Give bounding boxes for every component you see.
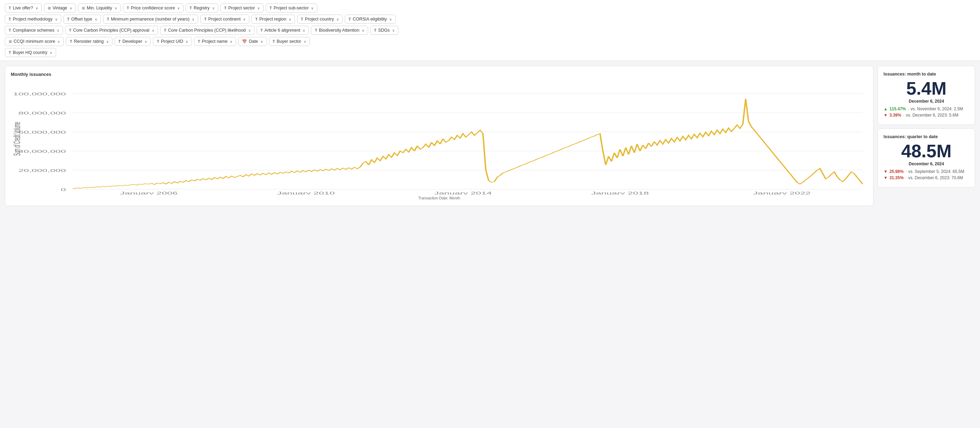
filter-btn-article-6-alignment[interactable]: TArticle 6 alignment∨ <box>257 26 309 35</box>
filters-area: TLive offer?∨⊞Vintage∨⊞Min. Liquidity∨TP… <box>0 0 980 61</box>
chevron-down-icon: ∨ <box>106 40 109 43</box>
filter-btn-registry[interactable]: TRegistry∨ <box>186 3 218 13</box>
filter-icon: T <box>127 6 129 10</box>
comparison-label: vs. December 6, 2023: 70.6M <box>908 175 963 180</box>
filter-icon: T <box>255 17 258 21</box>
filter-btn-project-sub-sector[interactable]: TProject sub-sector∨ <box>266 3 317 13</box>
filter-btn-ccqi-minimum-score[interactable]: ⊞CCQI minimum score∨ <box>5 37 64 46</box>
filter-btn-project-uid[interactable]: TProject UID∨ <box>153 37 192 46</box>
comparison-pct: 31.35% <box>889 175 904 180</box>
filter-label: Price confidence score <box>131 6 175 10</box>
filter-btn-renoster-rating[interactable]: TRenoster rating∨ <box>66 37 112 46</box>
svg-text:60,000,000: 60,000,000 <box>19 130 66 134</box>
filter-row-5: TBuyer HQ country∨ <box>5 48 975 57</box>
filter-label: Min. Liquidity <box>87 6 112 10</box>
comparison-dot: · <box>908 106 908 111</box>
filter-btn-price-confidence-score[interactable]: TPrice confidence score∨ <box>123 3 183 13</box>
comparison-dot: · <box>905 175 907 180</box>
chevron-down-icon: ∨ <box>261 40 263 43</box>
chevron-down-icon: ∨ <box>70 6 72 10</box>
filter-icon: T <box>261 28 263 32</box>
down-arrow-icon <box>883 169 888 174</box>
filter-btn-project-continent[interactable]: TProject continent∨ <box>200 14 249 24</box>
filter-icon: T <box>273 39 275 43</box>
chevron-down-icon: ∨ <box>212 6 215 10</box>
filter-btn-corsia-eligibility[interactable]: TCORSIA eligibility∨ <box>345 14 396 24</box>
chart-panel: Monthly issuances ⋯ 0 20,000,000 40,000,… <box>5 66 873 206</box>
filter-label: Project continent <box>208 17 241 22</box>
filter-icon: 📅 <box>242 39 247 44</box>
filter-btn-project-region[interactable]: TProject region∨ <box>251 14 295 24</box>
filter-btn-core-carbon-principles-ccp-approval[interactable]: TCore Carbon Principles (CCP) approval∨ <box>65 26 158 35</box>
filter-icon: T <box>118 39 121 43</box>
filter-label: CORSIA eligibility <box>353 17 387 22</box>
filter-icon: T <box>9 17 11 21</box>
filter-icon: T <box>204 17 207 21</box>
filter-icon: T <box>9 51 11 55</box>
filter-btn-sdgs[interactable]: TSDGs∨ <box>370 26 398 35</box>
stat-comparison: 115.47%·vs. November 6, 2024: 2.5M <box>883 106 969 111</box>
filter-label: Registry <box>194 6 210 10</box>
filter-icon: T <box>270 6 272 10</box>
line-chart: 0 20,000,000 40,000,000 60,000,000 80,00… <box>11 83 867 195</box>
chevron-down-icon: ∨ <box>115 6 117 10</box>
filter-icon: T <box>374 28 377 32</box>
svg-text:40,000,000: 40,000,000 <box>19 150 66 154</box>
filter-icon: T <box>107 17 109 21</box>
filter-btn-biodiversity-attention[interactable]: TBiodiversity Attention∨ <box>311 26 368 35</box>
filter-btn-offset-type[interactable]: TOffset type∨ <box>64 14 101 24</box>
chart-container: 0 20,000,000 40,000,000 60,000,000 80,00… <box>11 83 867 195</box>
svg-text:80,000,000: 80,000,000 <box>19 111 66 115</box>
filter-label: Compliance schemes <box>13 28 55 33</box>
filter-btn-buyer-sector[interactable]: TBuyer sector∨ <box>269 37 310 46</box>
filter-btn-date[interactable]: 📅Date∨ <box>238 37 266 46</box>
filter-btn-project-sector[interactable]: TProject sector∨ <box>220 3 264 13</box>
filter-btn-project-country[interactable]: TProject country∨ <box>297 14 343 24</box>
main-content: Monthly issuances ⋯ 0 20,000,000 40,000,… <box>0 61 980 211</box>
chevron-down-icon: ∨ <box>55 17 57 21</box>
chevron-down-icon: ∨ <box>177 6 180 10</box>
filter-btn-live-offer?[interactable]: TLive offer?∨ <box>5 3 42 13</box>
chevron-down-icon: ∨ <box>303 29 305 32</box>
chevron-down-icon: ∨ <box>50 51 52 55</box>
chevron-down-icon: ∨ <box>57 29 59 32</box>
filter-icon: T <box>164 28 167 32</box>
filter-btn-minimum-permanence-number-of-years[interactable]: TMinimum permanence (number of years)∨ <box>103 14 199 24</box>
filter-label: Project region <box>259 17 286 22</box>
chevron-down-icon: ∨ <box>311 6 313 10</box>
down-arrow-icon <box>883 175 888 180</box>
filter-label: Project UID <box>161 39 183 44</box>
filter-btn-project-name[interactable]: TProject name∨ <box>194 37 236 46</box>
filter-btn-vintage[interactable]: ⊞Vintage∨ <box>44 3 76 13</box>
filter-icon: T <box>9 6 11 10</box>
chevron-down-icon: ∨ <box>336 17 339 21</box>
filter-label: Core Carbon Principles (CCP) approval <box>73 28 150 33</box>
chevron-down-icon: ∨ <box>362 29 364 32</box>
comparison-label: vs. November 6, 2024: 2.5M <box>911 106 963 111</box>
filter-btn-min.-liquidity[interactable]: ⊞Min. Liquidity∨ <box>78 3 121 13</box>
filter-label: Buyer HQ country <box>13 50 47 55</box>
filter-label: Renoster rating <box>74 39 103 44</box>
filter-row-3: TCompliance schemes∨TCore Carbon Princip… <box>5 26 975 35</box>
filter-label: SDGs <box>378 28 390 33</box>
filter-icon: T <box>198 39 200 43</box>
stat-comparison: 31.35%·vs. December 6, 2023: 70.6M <box>883 175 969 180</box>
chevron-down-icon: ∨ <box>230 40 232 43</box>
filter-label: Biodiversity Attention <box>319 28 360 33</box>
filter-label: Article 6 alignment <box>264 28 300 33</box>
filter-label: Developer <box>122 39 142 44</box>
chevron-down-icon: ∨ <box>389 17 392 21</box>
filter-label: Project sector <box>229 6 255 10</box>
filter-btn-core-carbon-principles-ccp-likelihood[interactable]: TCore Carbon Principles (CCP) likelihood… <box>160 26 255 35</box>
filter-label: Date <box>249 39 258 44</box>
filter-btn-compliance-schemes[interactable]: TCompliance schemes∨ <box>5 26 63 35</box>
comparison-dot: · <box>905 169 907 174</box>
filter-btn-buyer-hq-country[interactable]: TBuyer HQ country∨ <box>5 48 56 57</box>
quarter-date: December 6, 2024 <box>883 162 969 166</box>
quarter-card-title: Issuances: quarter to date <box>883 134 969 139</box>
comparison-label: vs. September 5, 2024: 65.5M <box>908 169 964 174</box>
filter-btn-developer[interactable]: TDeveloper∨ <box>115 37 151 46</box>
filter-btn-project-methodology[interactable]: TProject methodology∨ <box>5 14 61 24</box>
filter-icon: T <box>157 39 159 43</box>
chevron-down-icon: ∨ <box>289 17 291 21</box>
